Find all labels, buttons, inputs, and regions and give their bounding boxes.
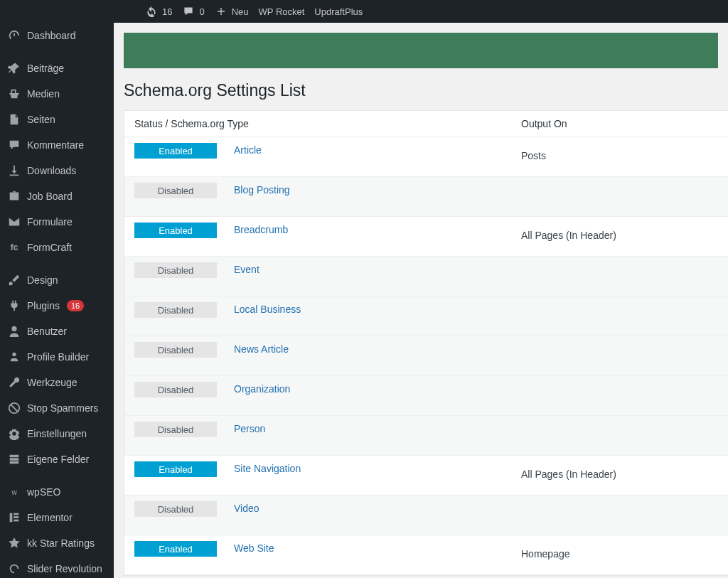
sidebar-separator (0, 48, 114, 55)
sidebar-item-elementor[interactable]: Elementor (0, 505, 114, 530)
sidebar-item-label: Werkzeuge (27, 377, 77, 388)
sidebar-separator (0, 260, 114, 267)
output-on-cell: Homepage (514, 535, 728, 574)
stop-icon (7, 401, 21, 415)
sidebar-item-design[interactable]: Design (0, 267, 114, 293)
sidebar-item-label: FormCraft (27, 242, 72, 253)
media-icon (7, 87, 21, 101)
sidebar-item-beiträge[interactable]: Beiträge (0, 55, 114, 81)
user-icon (7, 324, 21, 338)
schema-type-link[interactable]: Web Site (234, 541, 274, 554)
sidebar-item-label: Slider Revolution (27, 563, 102, 574)
sidebar-item-eigene-felder[interactable]: Eigene Felder (0, 446, 114, 472)
schema-type-link[interactable]: Site Navigation (234, 461, 301, 474)
sidebar-item-label: Kommentare (27, 139, 84, 151)
status-badge: Disabled (134, 262, 217, 278)
admin-notice (124, 33, 718, 68)
sidebar-item-werkzeuge[interactable]: Werkzeuge (0, 370, 114, 395)
sidebar-item-stop-spammers[interactable]: Stop Spammers (0, 395, 114, 421)
sidebar-item-label: Design (27, 274, 58, 286)
sidebar-item-label: Beiträge (27, 63, 64, 74)
new-label: Neu (232, 6, 249, 17)
schema-row: EnabledWeb SiteHomepage (124, 535, 728, 575)
schema-list: Status / Schema.org Type Output On Enabl… (124, 110, 728, 576)
schema-type-link[interactable]: Article (234, 143, 262, 156)
schema-type-link[interactable]: Person (234, 422, 265, 434)
comments-link[interactable]: 0 (182, 5, 204, 18)
sidebar-item-downloads[interactable]: Downloads (0, 158, 114, 183)
schema-type-link[interactable]: Local Business (234, 302, 301, 315)
sidebar-separator (0, 472, 114, 479)
sidebar-item-formulare[interactable]: Formulare (0, 209, 114, 235)
sidebar-item-label: Plugins (27, 300, 60, 311)
schema-type-link[interactable]: News Article (234, 342, 289, 355)
sidebar-item-medien[interactable]: Medien (0, 81, 114, 107)
output-on-cell: Posts (514, 137, 728, 176)
svg-point-0 (12, 353, 16, 356)
output-on-cell: All Pages (In Header) (514, 456, 728, 495)
output-on-cell (514, 376, 728, 415)
schema-type-link[interactable]: Video (234, 501, 259, 514)
new-link[interactable]: Neu (215, 5, 249, 18)
schema-type-link[interactable]: Blog Posting (234, 183, 290, 196)
revolve-icon (7, 562, 21, 576)
status-badge: Enabled (134, 143, 217, 159)
status-badge: Disabled (134, 382, 217, 397)
sidebar-item-benutzer[interactable]: Benutzer (0, 319, 114, 344)
schema-type-link[interactable]: Organization (234, 382, 290, 395)
sidebar-item-label: kk Star Ratings (27, 537, 95, 549)
sidebar-item-label: Medien (27, 88, 60, 100)
status-badge: Disabled (134, 342, 217, 358)
svg-rect-5 (14, 520, 18, 522)
star-icon (7, 536, 21, 550)
page-icon (7, 112, 21, 127)
refresh-icon (145, 5, 158, 18)
brush-icon (7, 273, 21, 287)
sidebar-item-wpseo[interactable]: wwpSEO (0, 479, 114, 505)
updates-link[interactable]: 16 (145, 5, 172, 18)
pin-icon (7, 61, 21, 75)
adminbar-item-updraft[interactable]: UpdraftPlus (314, 6, 363, 17)
svg-rect-4 (14, 516, 18, 518)
sidebar-item-formcraft[interactable]: fcFormCraft (0, 235, 114, 260)
schema-type-link[interactable]: Event (234, 262, 259, 275)
sidebar-item-label: Seiten (27, 114, 55, 125)
briefcase-icon (7, 189, 21, 203)
sidebar-item-job-board[interactable]: Job Board (0, 183, 114, 209)
comment-icon (182, 5, 195, 18)
sidebar-item-label: Dashboard (27, 30, 76, 41)
admin-sidebar: DashboardBeiträgeMedienSeitenKommentareD… (0, 0, 114, 578)
sidebar-item-dashboard[interactable]: Dashboard (0, 23, 114, 48)
output-on-cell (514, 257, 728, 296)
sidebar-item-einstellungen[interactable]: Einstellungen (0, 421, 114, 446)
page-title: Schema.org Settings List (124, 81, 718, 100)
sidebar-item-plugins[interactable]: Plugins16 (0, 293, 114, 319)
sidebar-item-slider-revolution[interactable]: Slider Revolution (0, 556, 114, 578)
schema-type-link[interactable]: Breadcrumb (234, 223, 288, 235)
adminbar-item-wprocket[interactable]: WP Rocket (259, 6, 305, 17)
status-badge: Enabled (134, 461, 217, 477)
content-area: Schema.org Settings List Status / Schema… (114, 23, 728, 578)
schema-row: DisabledLocal Business (124, 296, 728, 336)
sidebar-item-seiten[interactable]: Seiten (0, 107, 114, 132)
profile-icon (7, 350, 21, 364)
fields-icon (7, 452, 21, 466)
sidebar-item-kk-star-ratings[interactable]: kk Star Ratings (0, 530, 114, 556)
sidebar-item-label: Einstellungen (27, 428, 87, 439)
sidebar-item-label: Profile Builder (27, 351, 89, 363)
schema-row: DisabledNews Article (124, 336, 728, 376)
output-on-cell (514, 177, 728, 216)
download-icon (7, 164, 21, 178)
plus-icon (215, 5, 228, 18)
schema-row: DisabledEvent (124, 257, 728, 296)
seo-icon: w (7, 485, 21, 499)
sidebar-item-label: Downloads (27, 165, 76, 176)
settings-icon (7, 427, 21, 441)
col-status-type: Status / Schema.org Type (124, 111, 514, 137)
dashboard-icon (7, 28, 21, 43)
sidebar-item-profile-builder[interactable]: Profile Builder (0, 344, 114, 370)
plugin-icon (7, 299, 21, 313)
sidebar-item-kommentare[interactable]: Kommentare (0, 132, 114, 158)
status-badge: Disabled (134, 302, 217, 318)
schema-row: EnabledSite NavigationAll Pages (In Head… (124, 456, 728, 496)
